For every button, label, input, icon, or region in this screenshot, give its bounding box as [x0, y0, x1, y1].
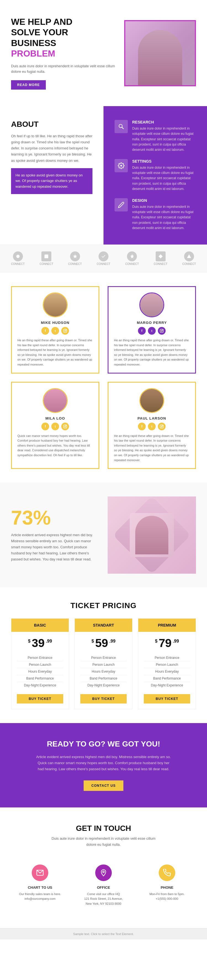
feature-basic-1: Person Entrance — [17, 654, 63, 661]
svg-point-12 — [161, 330, 162, 332]
pricing-header-standart: Standart — [75, 619, 132, 632]
pricing-price-premium: $ 79 .99 — [138, 632, 196, 652]
phone-line2: +1(555) 000-000 — [143, 896, 191, 901]
margo-instagram-icon[interactable] — [158, 327, 165, 335]
partner-label-3: CONNECT — [68, 262, 82, 266]
mike-facebook-icon[interactable]: f — [42, 327, 49, 335]
hero-description: Duis aute irure dolor in reprehenderit i… — [11, 64, 116, 75]
stats-image — [108, 496, 196, 574]
price-cents-premium: .99 — [173, 639, 179, 643]
partner-item-2[interactable]: CONNECT — [40, 251, 53, 266]
mike-instagram-icon[interactable] — [61, 327, 69, 335]
pricing-card-basic: Basic $ 39 .99 Person Entrance Person La… — [11, 618, 69, 709]
partner-icon-5 — [127, 251, 137, 261]
hero-title: WE HELP AND SOLVE YOUR BUSINESS PROBLEM — [11, 16, 116, 59]
price-cents-basic: .99 — [46, 639, 52, 643]
stats-right — [108, 496, 196, 574]
mila-instagram-icon[interactable] — [61, 423, 69, 430]
dollar-sign-standart: $ — [91, 639, 94, 643]
design-icon — [114, 198, 128, 212]
svg-line-1 — [122, 127, 124, 129]
stats-description: Article evident arrived express highest … — [11, 532, 99, 562]
services-list: RESEARCH Duis aute irure dolor in repreh… — [104, 106, 207, 245]
mila-twitter-icon[interactable]: t — [51, 423, 59, 430]
settings-desc: Duis aute irure dolor in reprehenderit i… — [132, 165, 196, 192]
paul-facebook-icon[interactable]: f — [138, 423, 146, 430]
paul-name: PAUL LARSON — [114, 416, 189, 420]
margo-facebook-icon[interactable]: f — [138, 327, 146, 335]
buy-ticket-basic-button[interactable]: BUY TICKET — [17, 694, 63, 703]
pricing-features-basic: Person Entrance Person Launch Hours Ever… — [11, 652, 69, 694]
contact-us-button[interactable]: CONTACT US — [83, 780, 124, 791]
partner-item-7[interactable]: CONNECT — [183, 251, 196, 266]
svg-point-16 — [66, 425, 66, 426]
paul-desc: He an thing rapid these after going draw… — [114, 434, 189, 463]
feature-standart-2: Person Launch — [80, 661, 127, 668]
feature-basic-3: Hours Everyday — [17, 668, 63, 675]
feature-premium-3: Hours Everyday — [144, 668, 190, 675]
feature-standart-1: Person Entrance — [80, 654, 127, 661]
mike-twitter-icon[interactable]: t — [51, 327, 59, 335]
feature-basic-5: Day-Night Experience — [17, 682, 63, 689]
partner-item-1[interactable]: CONNECT — [11, 251, 24, 266]
feature-premium-2: Person Launch — [144, 661, 190, 668]
paul-twitter-icon[interactable]: t — [148, 423, 156, 430]
pricing-section: TICKET PRICING Basic $ 39 .99 Person Ent… — [0, 587, 207, 723]
feature-basic-2: Person Launch — [17, 661, 63, 668]
contact-grid: CHART TO US Our friendly sales team is h… — [11, 859, 196, 912]
read-more-button[interactable]: READ MORE — [11, 80, 46, 89]
svg-point-2 — [16, 255, 19, 258]
chart-title: CHART TO US — [16, 885, 64, 889]
partner-item-6[interactable]: CONNECT — [154, 251, 167, 266]
pricing-title: TICKET PRICING — [11, 601, 196, 610]
partner-item-3[interactable]: CONNECT — [68, 251, 82, 266]
contact-subtitle: Duis aute irure dolor in reprehenderit i… — [48, 835, 159, 848]
pricing-header-premium: Premium — [138, 619, 196, 632]
avatar-mila — [43, 388, 67, 413]
about-highlight: He as spoke avoid given downs money on w… — [11, 168, 93, 194]
svg-point-18 — [161, 426, 162, 427]
hero-section: WE HELP AND SOLVE YOUR BUSINESS PROBLEM … — [0, 0, 207, 106]
svg-point-9 — [64, 330, 66, 332]
paul-instagram-icon[interactable] — [158, 423, 165, 430]
contact-item-chart: CHART TO US Our friendly sales team is h… — [11, 859, 69, 912]
phone-icon-circle — [159, 864, 175, 881]
feature-standart-3: Hours Everyday — [80, 668, 127, 675]
partner-label-1: CONNECT — [11, 262, 24, 266]
pricing-card-premium: Premium $ 79 .99 Person Entrance Person … — [138, 618, 196, 709]
stats-section: 73% Article evident arrived express high… — [0, 483, 207, 587]
buy-ticket-standart-button[interactable]: BUY TICKET — [80, 694, 127, 703]
pricing-features-premium: Person Entrance Person Launch Hours Ever… — [138, 652, 196, 694]
about-section: ABOUT Oh feel if up to till like. He an … — [0, 106, 207, 245]
margo-twitter-icon[interactable]: t — [148, 327, 156, 335]
partner-icon-3 — [70, 251, 80, 261]
price-amount-premium: 79 — [159, 636, 172, 649]
mike-name: MIKE HUDSON — [18, 321, 93, 325]
about-para1: Oh feel if up to till like. He an thing … — [11, 133, 93, 164]
price-amount-basic: 39 — [32, 636, 45, 649]
footer-text: Sample text. Click to select the Text El… — [73, 932, 134, 935]
hero-image — [124, 20, 196, 86]
phone-title: PHONE — [143, 885, 191, 889]
team-card-mila: MILA LOO f t Quick can manor smart money… — [11, 382, 99, 469]
price-cents-standart: .99 — [109, 639, 116, 643]
team-grid: MIKE HUDSON f t He an thing rapid these … — [11, 286, 196, 469]
partner-item-4[interactable]: CONNECT — [96, 251, 110, 266]
service-design: DESIGN Duis aute irure dolor in reprehen… — [114, 198, 196, 231]
contact-section: GET IN TOUCH Duis aute irure dolor in re… — [0, 807, 207, 928]
margo-social: f t — [114, 327, 189, 335]
partner-icon-6 — [156, 251, 165, 261]
mila-facebook-icon[interactable]: f — [42, 423, 49, 430]
pricing-price-standart: $ 59 .99 — [75, 632, 132, 652]
design-text: DESIGN Duis aute irure dolor in reprehen… — [132, 198, 196, 231]
partner-label-5: CONNECT — [125, 262, 139, 266]
mila-desc: Quick can manor smart money hopes worth … — [18, 434, 93, 458]
cta-section: READY TO GO? WE GOT YOU! Article evident… — [0, 723, 207, 807]
mila-social: f t — [18, 423, 93, 430]
team-card-margo: MARGO PERRY f t He an thing rapid these … — [108, 286, 196, 374]
feature-standart-5: Day-Night Experience — [80, 682, 127, 689]
buy-ticket-premium-button[interactable]: BUY TICKET — [144, 694, 190, 703]
paul-social: f t — [114, 423, 189, 430]
partner-item-5[interactable]: CONNECT — [125, 251, 139, 266]
pricing-features-standart: Person Entrance Person Launch Hours Ever… — [75, 652, 132, 694]
